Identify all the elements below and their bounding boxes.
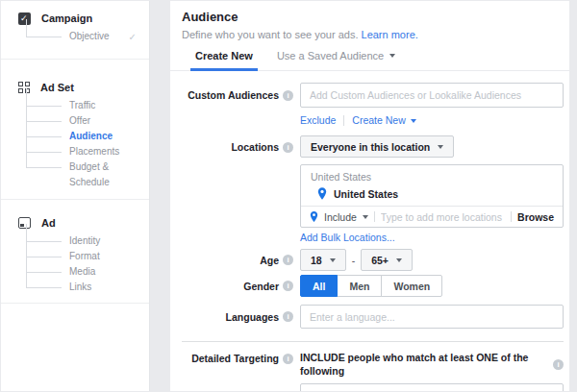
- gender-segmented-control: All Men Women: [300, 275, 442, 297]
- audience-tabs: Create New Use a Saved Audience: [170, 50, 569, 71]
- age-label: Age: [182, 254, 293, 267]
- info-icon[interactable]: [283, 255, 293, 265]
- languages-row: Languages: [170, 305, 569, 329]
- suggestions-button[interactable]: Suggestions: [439, 391, 500, 392]
- map-pin-icon: [310, 211, 318, 222]
- divider: [511, 211, 512, 222]
- ads-manager-app: Campaign Objective Ad Set Traffic Offer …: [0, 0, 577, 392]
- sidebar-item-objective[interactable]: Objective: [1, 29, 149, 44]
- include-people-text: INCLUDE people who match at least ONE of…: [300, 351, 564, 378]
- sidebar-adset-header[interactable]: Ad Set: [1, 80, 149, 95]
- location-mode-dropdown[interactable]: Everyone in this location: [300, 135, 454, 158]
- languages-input[interactable]: [300, 305, 564, 329]
- custom-audiences-input[interactable]: [300, 83, 564, 108]
- info-icon[interactable]: [283, 354, 293, 364]
- panel-header: Audience Define who you want to see your…: [170, 1, 569, 41]
- exclude-link[interactable]: Exclude: [300, 114, 336, 127]
- sidebar-section-campaign: Campaign Objective: [1, 1, 149, 60]
- sidebar-ad-header[interactable]: Ad: [1, 215, 149, 231]
- locations-box: United States United States Include: [300, 164, 564, 228]
- tab-create-new[interactable]: Create New: [190, 50, 258, 71]
- gender-option-men[interactable]: Men: [337, 275, 382, 297]
- campaign-tree: Objective: [1, 29, 149, 44]
- learn-more-link[interactable]: Learn more.: [362, 29, 418, 40]
- caret-down-icon: [389, 54, 395, 58]
- sidebar-item-budget-schedule[interactable]: Budget & Schedule: [1, 159, 149, 190]
- info-icon[interactable]: [553, 359, 564, 370]
- sidebar-item-traffic[interactable]: Traffic: [1, 98, 149, 113]
- age-min-dropdown[interactable]: 18: [300, 249, 346, 271]
- sidebar-item-offer[interactable]: Offer: [1, 113, 149, 129]
- age-row: Age 18 - 65+: [170, 249, 569, 271]
- custom-audiences-row: Custom Audiences: [170, 83, 569, 108]
- gender-row: Gender All Men Women: [170, 275, 569, 297]
- sidebar-item-placements[interactable]: Placements: [1, 144, 149, 159]
- age-separator: -: [352, 255, 356, 266]
- tab-use-saved-audience[interactable]: Use a Saved Audience: [272, 50, 400, 71]
- gender-option-women[interactable]: Women: [381, 275, 442, 297]
- info-icon[interactable]: [283, 90, 293, 101]
- custom-audiences-actions-row: Exclude Create New: [170, 108, 569, 127]
- sidebar-section-ad: Ad Identity Format Media Links: [1, 200, 149, 304]
- caret-down-icon: [363, 215, 368, 219]
- caret-down-icon: [330, 258, 336, 262]
- location-group-header: United States: [301, 165, 563, 184]
- add-location-bar: Include Browse: [301, 206, 563, 227]
- page-title: Audience: [182, 10, 558, 25]
- locations-browse-button[interactable]: Browse: [517, 211, 554, 223]
- gender-option-all[interactable]: All: [300, 275, 338, 297]
- languages-label: Languages: [182, 310, 293, 324]
- age-max-dropdown[interactable]: 65+: [361, 249, 413, 271]
- adset-tree: Traffic Offer Audience Placements Budget…: [1, 98, 149, 190]
- bulk-locations-row: Add Bulk Locations...: [300, 232, 564, 244]
- info-icon[interactable]: [283, 281, 293, 291]
- ad-tree: Identity Format Media Links: [1, 233, 149, 295]
- audience-panel: Audience Define who you want to see your…: [170, 1, 569, 391]
- custom-audiences-label: Custom Audiences: [182, 88, 293, 102]
- add-bulk-locations-link[interactable]: Add Bulk Locations...: [300, 232, 395, 243]
- map-pin-icon: [317, 187, 327, 200]
- sidebar-item-media[interactable]: Media: [1, 264, 149, 280]
- add-location-input[interactable]: [381, 211, 505, 223]
- caret-down-icon: [411, 119, 416, 123]
- caret-down-icon: [438, 145, 443, 149]
- create-new-dropdown[interactable]: Create New: [352, 114, 415, 127]
- sidebar-item-format[interactable]: Format: [1, 249, 149, 264]
- sidebar-campaign-header[interactable]: Campaign: [1, 11, 149, 26]
- info-icon[interactable]: [283, 142, 293, 153]
- detailed-targeting-label: Detailed Targeting: [182, 351, 293, 365]
- sidebar-item-audience[interactable]: Audience: [1, 129, 149, 144]
- caret-down-icon: [396, 258, 402, 262]
- detailed-browse-button[interactable]: Browse: [516, 391, 553, 392]
- locations-label: Locations: [182, 135, 293, 154]
- checkmark-icon: [129, 30, 137, 45]
- gender-label: Gender: [182, 280, 293, 293]
- campaign-structure-sidebar: Campaign Objective Ad Set Traffic Offer …: [1, 1, 150, 391]
- locations-row: Locations Everyone in this location Unit…: [170, 135, 569, 244]
- divider: [374, 211, 375, 222]
- page-description: Define who you want to see your ads. Lea…: [182, 28, 558, 41]
- divider: [343, 115, 344, 126]
- detailed-targeting-row: Detailed Targeting INCLUDE people who ma…: [170, 351, 569, 391]
- detailed-targeting-inputbox: Suggestions Browse: [300, 383, 564, 391]
- sidebar-section-adset: Ad Set Traffic Offer Audience Placements…: [1, 60, 149, 200]
- detailed-targeting-input[interactable]: [311, 391, 432, 392]
- section-divider: [182, 341, 564, 342]
- include-exclude-dropdown[interactable]: Include: [324, 211, 368, 223]
- sidebar-item-links[interactable]: Links: [1, 280, 149, 295]
- selected-location[interactable]: United States: [301, 184, 563, 206]
- info-icon[interactable]: [283, 311, 293, 322]
- sidebar-item-identity[interactable]: Identity: [1, 233, 149, 249]
